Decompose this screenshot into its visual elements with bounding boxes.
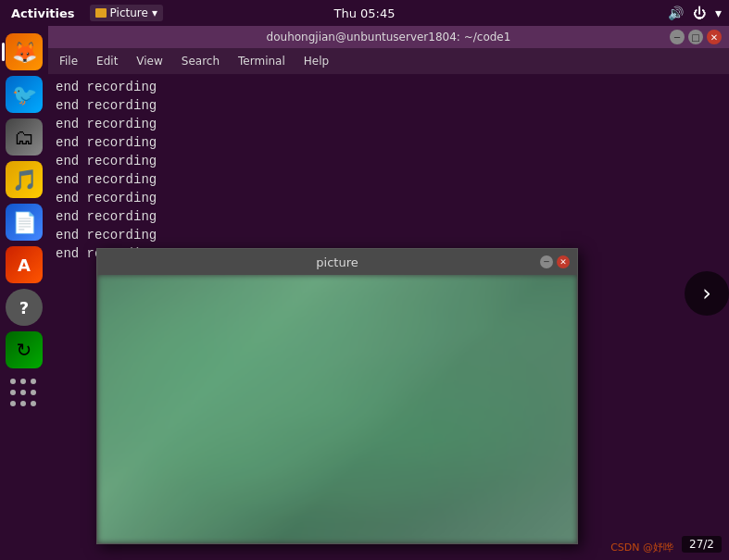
terminal-close-button[interactable]: ✕ [707, 30, 722, 44]
menu-terminal[interactable]: Terminal [234, 53, 289, 69]
terminal-line-8: end recording [56, 207, 722, 226]
menu-help[interactable]: Help [300, 53, 333, 69]
picture-close-button[interactable]: ✕ [557, 255, 570, 268]
picture-body [97, 275, 577, 543]
dock: 🦊 🐦 🗂 🎵 📄 A ? ↻ [0, 26, 48, 560]
picture-title: picture [316, 255, 358, 269]
main-area: 🦊 🐦 🗂 🎵 📄 A ? ↻ douhongjian@unbuntuserve… [0, 26, 729, 560]
dock-icon-firefox[interactable]: 🦊 [6, 33, 43, 70]
system-bar: Activities Picture ▾ Thu 05:45 🔊 ⏻ ▾ [0, 0, 729, 26]
dock-icon-writer[interactable]: 📄 [6, 204, 43, 241]
activities-button[interactable]: Activities [7, 5, 79, 22]
settings-arrow-icon[interactable]: ▾ [715, 6, 722, 20]
picture-titlebar: picture ─ ✕ [97, 249, 577, 275]
picture-label: Picture [110, 6, 148, 19]
system-bar-left: Activities Picture ▾ [7, 5, 163, 22]
picture-image [97, 275, 577, 543]
power-icon[interactable]: ⏻ [693, 6, 706, 20]
picture-minimize-button[interactable]: ─ [540, 255, 553, 268]
chevron-down-icon: ▾ [152, 6, 157, 19]
terminal-line-1: end recording [56, 78, 722, 96]
terminal-menubar: File Edit View Search Terminal Help [48, 48, 729, 74]
terminal-line-6: end recording [56, 170, 722, 189]
content-area: douhongjian@unbuntuserver1804: ~/code1 ─… [48, 26, 729, 560]
terminal-line-7: end recording [56, 189, 722, 207]
dock-icon-update[interactable]: ↻ [6, 331, 43, 368]
watermark: CSDN @妤哗 [610, 541, 673, 554]
system-tray: 🔊 ⏻ ▾ [668, 6, 722, 20]
clock: Thu 05:45 [333, 6, 395, 20]
dock-icon-thunderbird[interactable]: 🐦 [6, 76, 43, 113]
dock-icon-apps[interactable] [6, 374, 43, 411]
terminal-line-3: end recording [56, 115, 722, 133]
dock-icon-files[interactable]: 🗂 [6, 118, 43, 156]
terminal-title: douhongjian@unbuntuserver1804: ~/code1 [267, 31, 511, 44]
page-indicator: 27/2 [682, 536, 722, 553]
next-image-button[interactable]: › [685, 271, 729, 316]
menu-edit[interactable]: Edit [93, 53, 121, 69]
picture-button[interactable]: Picture ▾ [90, 5, 163, 21]
dock-icon-help[interactable]: ? [6, 289, 43, 326]
terminal-title-bar: douhongjian@unbuntuserver1804: ~/code1 ─… [48, 26, 729, 48]
terminal-maximize-button[interactable]: □ [688, 30, 703, 44]
terminal-line-2: end recording [56, 96, 722, 115]
menu-file[interactable]: File [56, 53, 82, 69]
picture-window: picture ─ ✕ [96, 248, 578, 544]
picture-window-controls: ─ ✕ [540, 255, 570, 268]
terminal-window-controls: ─ □ ✕ [670, 30, 722, 44]
terminal-line-4: end recording [56, 133, 722, 152]
dock-icon-fonts[interactable]: A [6, 246, 43, 283]
menu-view[interactable]: View [132, 53, 166, 69]
window-icon [95, 8, 107, 18]
terminal-minimize-button[interactable]: ─ [670, 30, 685, 44]
menu-search[interactable]: Search [178, 53, 223, 69]
terminal-line-5: end recording [56, 152, 722, 170]
volume-icon[interactable]: 🔊 [668, 6, 684, 20]
terminal-line-9: end recording [56, 226, 722, 244]
dock-active-indicator [2, 43, 5, 61]
dock-icon-rhythmbox[interactable]: 🎵 [6, 161, 43, 198]
